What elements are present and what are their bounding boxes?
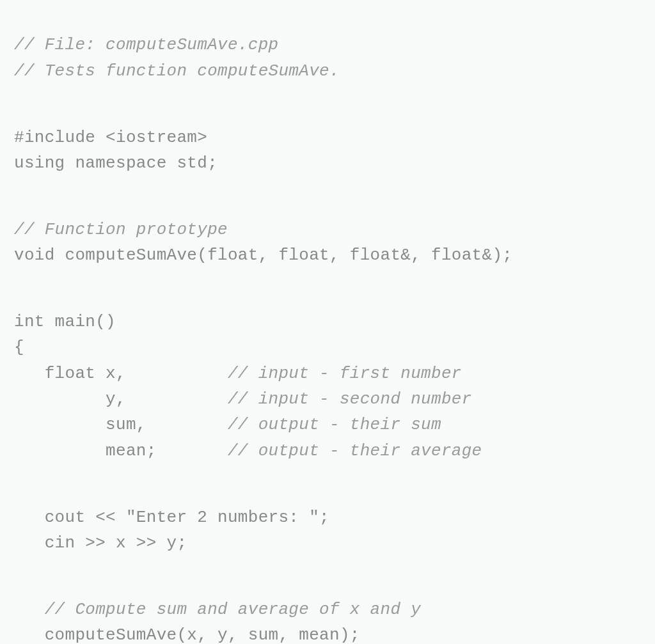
code-line: using namespace std; (14, 153, 217, 173)
code-line: sum, // output - their sum (14, 415, 441, 434)
code-line: y, // input - second number (14, 389, 472, 409)
code-line: #include <iostream> (14, 128, 207, 147)
code-line: cout << "Enter 2 numbers: "; (14, 508, 329, 527)
code-text: mean; (14, 441, 228, 460)
blank-line (14, 268, 641, 283)
code-line: mean; // output - their average (14, 441, 482, 460)
code-line: cin >> x >> y; (14, 533, 187, 553)
code-line: // Tests function computeSumAve. (14, 61, 340, 81)
blank-line (14, 84, 641, 98)
code-line: int main() (14, 312, 116, 331)
code-line: { (14, 338, 24, 357)
code-line: float x, // input - first number (14, 364, 462, 383)
code-line: void computeSumAve(float, float, float&,… (14, 246, 512, 265)
code-line: // Function prototype (14, 220, 228, 239)
code-line: // Compute sum and average of x and y (14, 600, 421, 619)
blank-line (14, 176, 641, 191)
code-text: float x, (14, 364, 228, 383)
blank-line (14, 464, 641, 478)
code-comment: // input - second number (228, 389, 472, 409)
blank-line (14, 556, 641, 570)
code-text: sum, (14, 415, 228, 434)
code-snippet: // File: computeSumAve.cpp // Tests func… (0, 0, 655, 644)
code-comment: // output - their average (228, 441, 482, 460)
code-line: computeSumAve(x, y, sum, mean); (14, 625, 360, 644)
code-comment: // output - their sum (228, 415, 441, 434)
code-comment: // input - first number (228, 364, 462, 383)
code-line: // File: computeSumAve.cpp (14, 35, 278, 54)
code-text: y, (14, 389, 228, 409)
